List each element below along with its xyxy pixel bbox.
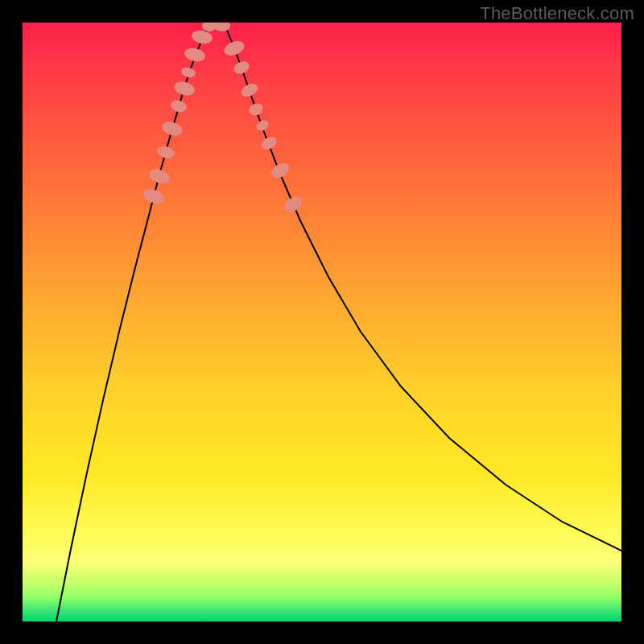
marker-dot [232,60,251,76]
marker-dot [155,144,175,160]
plot-area [23,23,621,621]
chart-svg [23,23,621,621]
marker-dot [247,101,265,118]
marker-dot [222,39,246,59]
marker-dot [184,46,207,63]
marker-dot [282,194,305,216]
marker-dot [147,167,171,186]
right-curve [224,23,621,551]
marker-dot [269,160,292,181]
marker-dot [180,66,196,79]
marker-dot [259,134,279,152]
left-curve [56,23,212,621]
marker-dot [214,23,230,31]
chart-container: TheBottleneck.com [0,0,644,644]
marker-dot [141,187,167,207]
marker-dot [239,81,260,99]
marker-dot [169,99,188,114]
marker-dot [172,80,196,98]
marker-dot [254,118,270,133]
watermark-text: TheBottleneck.com [480,3,634,24]
highlight-markers [141,23,304,215]
marker-dot [160,119,184,138]
